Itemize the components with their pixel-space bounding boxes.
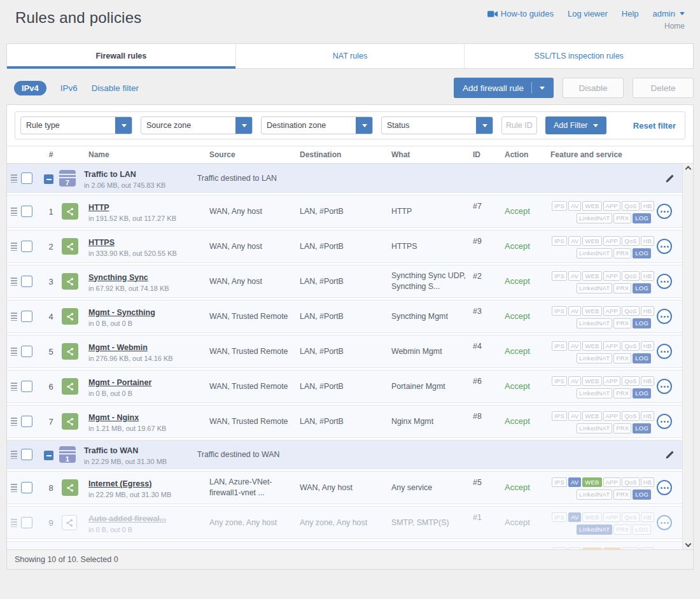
drag-handle-icon[interactable]	[11, 174, 17, 183]
collapse-group-button[interactable]	[44, 174, 53, 184]
more-options-button[interactable]	[657, 414, 672, 429]
col-name: Name	[88, 150, 209, 159]
what-cell: Webmin Mgmt	[391, 346, 473, 357]
disable-filter-link[interactable]: Disable filter	[92, 83, 139, 93]
badge-ips: IPS	[552, 547, 567, 550]
howto-guides-link[interactable]: How-to guides	[487, 9, 554, 18]
drag-handle-icon[interactable]	[11, 519, 17, 527]
drag-handle-icon[interactable]	[11, 208, 17, 216]
add-filter-button[interactable]: Add Filter	[545, 116, 606, 134]
feature-badges: IPSAVWEBAPPQoSHBLinkedNATPRXLOG	[550, 304, 651, 330]
table-row[interactable]: 4Mgmt - Syncthingin 0 B, out 0 BWAN, Tru…	[7, 300, 682, 333]
table-row[interactable]: 2HTTPSin 333.90 KB, out 520.55 KBWAN, An…	[7, 230, 682, 263]
delete-button[interactable]: Delete	[633, 78, 694, 98]
row-checkbox[interactable]	[21, 482, 32, 493]
row-checkbox[interactable]	[21, 346, 32, 357]
badge-ips: IPS	[552, 341, 567, 351]
row-checkbox[interactable]	[21, 517, 32, 528]
more-options-button[interactable]	[657, 480, 672, 495]
row-checkbox[interactable]	[21, 276, 32, 287]
help-link[interactable]: Help	[622, 9, 639, 18]
row-checkbox[interactable]	[21, 449, 32, 460]
rule-id: #7	[473, 195, 505, 212]
drag-handle-icon[interactable]	[11, 484, 17, 492]
row-checkbox[interactable]	[21, 311, 32, 322]
rule-name-link[interactable]: Mgmt - Syncthing	[88, 308, 155, 317]
scroll-down-icon[interactable]	[685, 541, 691, 547]
scrollbar[interactable]	[682, 164, 693, 549]
chevron-down-icon[interactable]	[476, 117, 493, 134]
drag-handle-icon[interactable]	[11, 418, 17, 426]
badge-log: LOG	[633, 318, 651, 328]
source-zone-dropdown[interactable]: Source zone	[141, 116, 253, 134]
group-row[interactable]: 7Traffic to LANin 2.06 MB, out 745.83 KB…	[7, 164, 682, 193]
row-checkbox[interactable]	[21, 416, 32, 427]
traffic-stats: in 276.96 KB, out 14.16 KB	[88, 355, 204, 362]
disable-button[interactable]: Disable	[563, 78, 624, 98]
drag-handle-icon[interactable]	[11, 348, 17, 356]
table-row[interactable]: 7Mgmt - Nginxin 1.21 MB, out 19.67 KBWAN…	[7, 405, 682, 438]
table-row[interactable]: 9Auto added firewal...in 0 B, out 0 BAny…	[7, 506, 682, 539]
badge-qos: QoS	[622, 547, 640, 550]
drag-handle-icon[interactable]	[11, 451, 17, 459]
group-row[interactable]: 1Traffic to WANin 22.29 MB, out 31.30 MB…	[7, 440, 682, 469]
rule-name-link[interactable]: Auto added firewal...	[88, 514, 166, 523]
row-checkbox[interactable]	[21, 241, 32, 252]
reset-filter-link[interactable]: Reset filter	[633, 121, 676, 130]
feature-badges: IPSAVWEBAPPQoSHBLinkedNATPRXLOG	[550, 475, 651, 501]
rule-name-link[interactable]: Syncthing Sync	[88, 273, 148, 282]
row-checkbox[interactable]	[21, 381, 32, 392]
drag-handle-icon[interactable]	[11, 313, 17, 321]
drag-handle-icon[interactable]	[11, 383, 17, 391]
table-row[interactable]: 10Drop allin 0 B, out 0 BAny zone, Any h…	[7, 541, 682, 549]
rule-name-link[interactable]: Internet (Egress)	[88, 479, 151, 488]
more-options-button[interactable]	[657, 344, 672, 359]
badge-qos: QoS	[622, 376, 640, 386]
admin-menu[interactable]: admin	[653, 9, 685, 18]
chevron-down-icon[interactable]	[235, 117, 252, 134]
ipv6-toggle[interactable]: IPv6	[60, 83, 78, 93]
row-checkbox[interactable]	[21, 173, 32, 184]
rule-name-link[interactable]: Mgmt - Portainer	[88, 378, 151, 387]
traffic-stats: in 22.29 MB, out 31.30 MB	[88, 491, 204, 498]
drag-handle-icon[interactable]	[11, 278, 17, 286]
row-checkbox[interactable]	[21, 206, 32, 217]
more-options-button[interactable]	[657, 239, 672, 254]
more-options-button[interactable]	[657, 309, 672, 324]
more-options-button[interactable]	[657, 204, 672, 219]
edit-group-button[interactable]	[664, 449, 675, 460]
rule-type-dropdown[interactable]: Rule type	[20, 116, 132, 134]
more-options-button[interactable]	[657, 274, 672, 289]
rule-name-link[interactable]: Mgmt - Nginx	[88, 413, 139, 422]
edit-group-button[interactable]	[664, 173, 675, 184]
badge-qos: QoS	[622, 236, 640, 246]
log-viewer-link[interactable]: Log viewer	[568, 9, 608, 18]
drag-handle-icon[interactable]	[11, 243, 17, 251]
rule-name-link[interactable]: HTTPS	[88, 238, 115, 247]
tab-firewall-rules[interactable]: Firewall rules	[7, 44, 236, 68]
table-row[interactable]: 1HTTPin 191.52 KB, out 117.27 KBWAN, Any…	[7, 195, 682, 228]
chevron-down-icon[interactable]	[115, 117, 132, 134]
tab-ssl-tls-inspection-rules[interactable]: SSL/TLS inspection rules	[465, 44, 693, 68]
rule-name-link[interactable]: HTTP	[88, 203, 109, 212]
status-dropdown[interactable]: Status	[381, 116, 493, 134]
collapse-group-button[interactable]	[44, 451, 53, 460]
rule-name-link[interactable]: Drop all	[88, 549, 118, 550]
more-options-button[interactable]	[657, 515, 672, 530]
firewall-rule-icon	[62, 479, 78, 496]
chevron-down-icon	[680, 12, 685, 15]
table-row[interactable]: 6Mgmt - Portainerin 0 B, out 0 BWAN, Tru…	[7, 370, 682, 403]
rule-id-input[interactable]	[501, 116, 537, 134]
chevron-down-icon[interactable]	[356, 117, 372, 134]
table-row[interactable]: 3Syncthing Syncin 67.92 KB, out 74.18 KB…	[7, 265, 682, 298]
feature-badges: IPSAVWEBAPPQoSHBLinkedNATPRXLOG	[550, 339, 651, 365]
scroll-up-icon[interactable]	[685, 166, 691, 173]
add-firewall-rule-button[interactable]: Add firewall rule	[454, 78, 554, 98]
table-row[interactable]: 5Mgmt - Webminin 276.96 KB, out 14.16 KB…	[7, 335, 682, 368]
tab-nat-rules[interactable]: NAT rules	[236, 44, 465, 68]
rule-name-link[interactable]: Mgmt - Webmin	[88, 343, 148, 352]
ipv4-toggle[interactable]: IPv4	[14, 81, 46, 95]
destination-zone-dropdown[interactable]: Destination zone	[261, 116, 373, 134]
more-options-button[interactable]	[657, 379, 672, 394]
table-row[interactable]: 8Internet (Egress)in 22.29 MB, out 31.30…	[7, 471, 682, 504]
